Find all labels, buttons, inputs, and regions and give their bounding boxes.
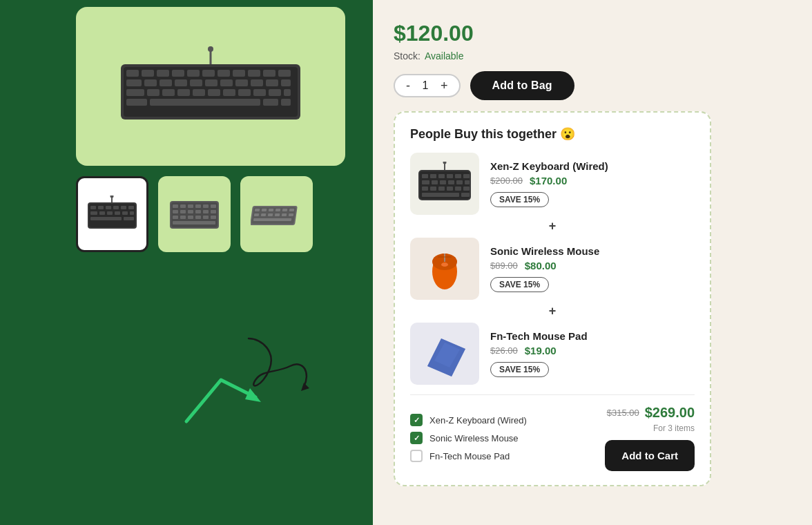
svg-rect-78 bbox=[211, 216, 216, 219]
bundle-mousepad-icon bbox=[417, 332, 472, 376]
svg-rect-27 bbox=[147, 89, 160, 96]
svg-rect-112 bbox=[465, 180, 470, 184]
bundle-check-item-0[interactable]: ✓ Xen-Z Keyboard (Wired) bbox=[410, 414, 605, 426]
svg-rect-70 bbox=[195, 210, 201, 213]
svg-rect-24 bbox=[266, 79, 278, 86]
svg-rect-30 bbox=[193, 89, 205, 96]
bundle-total-original: $315.00 bbox=[607, 408, 639, 418]
green-trend-arrow bbox=[180, 359, 262, 428]
svg-rect-55 bbox=[122, 211, 128, 215]
plus-divider-1: + bbox=[410, 219, 695, 233]
svg-rect-34 bbox=[253, 89, 266, 96]
thumb-keyboard-top-icon bbox=[168, 195, 220, 233]
svg-rect-33 bbox=[238, 89, 251, 96]
svg-rect-22 bbox=[235, 79, 248, 86]
svg-rect-17 bbox=[160, 79, 172, 86]
thumbnail-3[interactable] bbox=[240, 176, 313, 252]
checkbox-2[interactable] bbox=[410, 450, 423, 462]
svg-rect-56 bbox=[130, 211, 134, 215]
svg-rect-108 bbox=[432, 180, 438, 184]
check-label-1: Sonic Wireless Mouse bbox=[429, 433, 519, 443]
svg-rect-82 bbox=[255, 209, 260, 211]
svg-rect-23 bbox=[251, 79, 263, 86]
svg-rect-72 bbox=[211, 210, 216, 213]
bundle-title: People Buy this together 😮 bbox=[410, 126, 695, 142]
svg-rect-91 bbox=[275, 213, 280, 216]
bundle-item-img-0 bbox=[410, 153, 479, 215]
svg-rect-49 bbox=[121, 206, 126, 209]
add-to-cart-button[interactable]: Add to Cart bbox=[605, 440, 695, 471]
svg-rect-103 bbox=[438, 174, 445, 178]
sale-price-0: $170.00 bbox=[530, 175, 567, 187]
price-row-0: $200.00 $170.00 bbox=[490, 175, 695, 187]
bundle-item-info-1: Sonic Wireless Mouse $89.00 $80.00 SAVE … bbox=[490, 245, 695, 292]
bundle-total-sale: $269.00 bbox=[645, 405, 695, 421]
keyboard-main-svg bbox=[114, 38, 307, 135]
svg-rect-15 bbox=[126, 79, 142, 86]
svg-rect-10 bbox=[218, 70, 230, 77]
svg-rect-110 bbox=[448, 180, 454, 184]
thumbnail-2[interactable] bbox=[158, 176, 231, 252]
svg-rect-54 bbox=[115, 211, 120, 215]
svg-rect-11 bbox=[233, 70, 245, 77]
svg-rect-107 bbox=[422, 180, 429, 184]
svg-rect-12 bbox=[248, 70, 260, 77]
svg-rect-57 bbox=[90, 217, 122, 220]
plus-divider-2: + bbox=[410, 304, 695, 318]
svg-rect-125 bbox=[438, 256, 452, 258]
bundle-check-item-1[interactable]: ✓ Sonic Wireless Mouse bbox=[410, 432, 605, 444]
checkbox-1[interactable]: ✓ bbox=[410, 432, 423, 444]
svg-rect-44 bbox=[89, 204, 135, 227]
add-to-bag-button[interactable]: Add to Bag bbox=[470, 71, 574, 100]
bundle-mouse-icon bbox=[417, 247, 472, 292]
svg-rect-25 bbox=[281, 79, 291, 86]
svg-rect-62 bbox=[180, 204, 186, 208]
svg-rect-69 bbox=[188, 210, 193, 213]
bundle-total-row: $315.00 $269.00 bbox=[607, 405, 695, 421]
svg-rect-73 bbox=[173, 216, 178, 219]
svg-rect-65 bbox=[203, 204, 209, 208]
bundle-keyboard-icon bbox=[417, 162, 472, 207]
bundle-item-img-1 bbox=[410, 238, 479, 300]
svg-rect-47 bbox=[106, 206, 111, 209]
svg-rect-61 bbox=[173, 204, 178, 208]
svg-rect-115 bbox=[438, 187, 445, 191]
svg-rect-40 bbox=[281, 99, 291, 106]
bundle-item-2: Fn-Tech Mouse Pad $26.00 $19.00 SAVE 15% bbox=[410, 323, 695, 385]
svg-rect-51 bbox=[90, 211, 97, 215]
svg-rect-116 bbox=[447, 187, 453, 191]
svg-rect-38 bbox=[150, 99, 260, 106]
svg-rect-119 bbox=[422, 193, 459, 197]
svg-rect-92 bbox=[282, 213, 287, 216]
quantity-increase-button[interactable]: + bbox=[439, 79, 450, 92]
svg-point-98 bbox=[443, 162, 447, 164]
quantity-decrease-button[interactable]: - bbox=[405, 79, 412, 92]
quantity-value: 1 bbox=[420, 79, 431, 92]
svg-rect-7 bbox=[172, 70, 184, 77]
svg-rect-77 bbox=[203, 216, 209, 219]
bundle-checkboxes: ✓ Xen-Z Keyboard (Wired) ✓ Sonic Wireles… bbox=[410, 414, 605, 462]
svg-rect-86 bbox=[282, 209, 288, 211]
svg-point-42 bbox=[110, 195, 114, 198]
bundle-item-name-0: Xen-Z Keyboard (Wired) bbox=[490, 160, 695, 172]
svg-rect-111 bbox=[456, 180, 463, 184]
save-badge-2: SAVE 15% bbox=[490, 362, 549, 377]
bundle-card: People Buy this together 😮 bbox=[394, 111, 711, 486]
right-panel: $120.00 Stock: Available - 1 + Add to Ba… bbox=[373, 0, 812, 525]
svg-rect-37 bbox=[126, 99, 147, 106]
quantity-control: - 1 + bbox=[394, 74, 461, 97]
svg-rect-46 bbox=[98, 206, 104, 209]
svg-rect-89 bbox=[261, 213, 267, 216]
svg-rect-109 bbox=[440, 180, 446, 184]
bundle-item-info-0: Xen-Z Keyboard (Wired) $200.00 $170.00 S… bbox=[490, 160, 695, 207]
checkbox-0[interactable]: ✓ bbox=[410, 414, 423, 426]
svg-rect-8 bbox=[187, 70, 200, 77]
svg-rect-118 bbox=[463, 187, 470, 191]
svg-rect-28 bbox=[162, 89, 175, 96]
thumbnail-1[interactable] bbox=[76, 176, 148, 252]
bundle-check-item-2[interactable]: Fn-Tech Mouse Pad bbox=[410, 450, 605, 462]
stock-label: Stock: bbox=[394, 50, 420, 61]
sale-price-1: $80.00 bbox=[525, 260, 557, 271]
svg-rect-117 bbox=[455, 187, 461, 191]
svg-rect-18 bbox=[175, 79, 187, 86]
